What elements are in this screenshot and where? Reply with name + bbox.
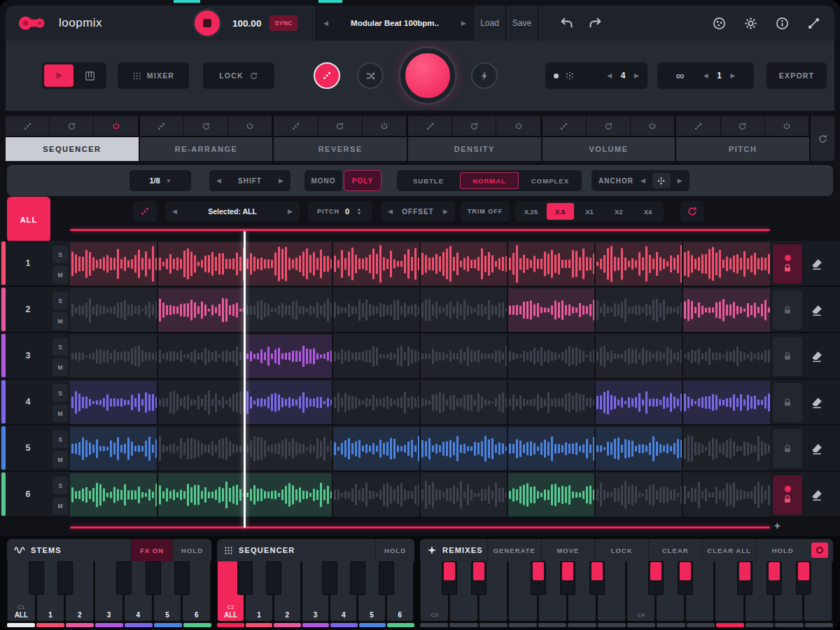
stems-hold-button[interactable]: HOLD: [172, 539, 211, 561]
anchor-right-icon[interactable]: ▶: [678, 177, 682, 184]
variation-mini-icon[interactable]: [140, 116, 184, 136]
solo-button[interactable]: S: [52, 246, 68, 263]
shift-left-icon[interactable]: ◀: [216, 177, 221, 184]
fx-on-button[interactable]: FX ON: [131, 539, 172, 561]
track-clear-button[interactable]: [808, 440, 826, 458]
stepper-icon[interactable]: [355, 207, 363, 216]
instant-remix-button[interactable]: [471, 62, 498, 89]
record-button[interactable]: [811, 542, 828, 558]
black-key[interactable]: [266, 561, 281, 595]
tab-label[interactable]: REVERSE: [274, 137, 407, 161]
track-lock-button[interactable]: [773, 290, 802, 330]
black-key[interactable]: [531, 561, 546, 595]
tab-density[interactable]: DENSITY: [408, 116, 542, 161]
waveform-lane[interactable]: [70, 427, 770, 470]
pattern-next-icon[interactable]: ▶: [634, 72, 639, 79]
cycle-mini-icon[interactable]: [318, 116, 363, 136]
info-icon[interactable]: [776, 17, 789, 30]
power-mini-icon[interactable]: [94, 116, 138, 136]
mute-button[interactable]: M: [52, 405, 68, 422]
speed-x_25-button[interactable]: X.25: [517, 203, 545, 220]
black-key[interactable]: [560, 561, 575, 595]
speed-x4-button[interactable]: X4: [634, 203, 662, 220]
selected-prev-icon[interactable]: ◀: [172, 208, 177, 215]
tab-label[interactable]: DENSITY: [408, 137, 541, 161]
track-clear-button[interactable]: [808, 255, 826, 273]
loop-range-bar-bottom[interactable]: [70, 526, 770, 528]
tab-label[interactable]: VOLUME: [542, 137, 676, 161]
black-key[interactable]: [29, 561, 44, 595]
tab-sequencer[interactable]: SEQUENCER: [6, 116, 140, 161]
cycle-mini-icon[interactable]: [50, 116, 94, 136]
shuffle-button[interactable]: [357, 62, 384, 89]
mute-button[interactable]: M: [52, 451, 68, 468]
tab-volume[interactable]: VOLUME: [542, 116, 677, 161]
anchor-mode-icon[interactable]: [652, 173, 671, 188]
tab-re-arrange[interactable]: RE-ARRANGE: [140, 116, 274, 161]
export-button[interactable]: EXPORT: [766, 62, 827, 89]
waveform-lane[interactable]: [70, 242, 770, 286]
black-key[interactable]: [57, 561, 73, 595]
pattern-prev-icon[interactable]: ◀: [607, 72, 612, 79]
tab-label[interactable]: RE-ARRANGE: [140, 137, 273, 161]
black-key[interactable]: [174, 561, 190, 595]
loop-next-icon[interactable]: ▶: [731, 72, 736, 79]
selected-next-icon[interactable]: ▶: [288, 208, 293, 215]
anchor-left-icon[interactable]: ◀: [640, 177, 645, 184]
stop-button[interactable]: [195, 10, 220, 36]
solo-button[interactable]: S: [52, 384, 68, 402]
cycle-mini-icon[interactable]: [587, 116, 631, 136]
keys-mode-button[interactable]: [76, 64, 105, 87]
mono-button[interactable]: MONO: [304, 170, 342, 191]
track-lock-button[interactable]: [773, 244, 802, 284]
hold-button[interactable]: HOLD: [755, 539, 809, 561]
add-button[interactable]: +: [774, 519, 780, 531]
bpm-display[interactable]: 100.00: [232, 18, 261, 29]
track-clear-button[interactable]: [808, 486, 826, 504]
black-key[interactable]: [737, 561, 752, 595]
speed-x_5-button[interactable]: X.5: [547, 203, 574, 220]
variation-mini-icon[interactable]: [6, 116, 50, 136]
routing-icon[interactable]: [807, 17, 820, 30]
undo-icon[interactable]: [559, 16, 573, 30]
variation-button[interactable]: [314, 62, 340, 89]
play-button[interactable]: [44, 64, 74, 87]
trim-button[interactable]: TRIM OFF: [461, 201, 510, 222]
poly-button[interactable]: POLY: [344, 170, 382, 191]
variation-mini-icon[interactable]: [408, 116, 452, 136]
track-clear-button[interactable]: [808, 301, 826, 319]
tabs-refresh-cell[interactable]: [811, 116, 834, 161]
save-button[interactable]: Save: [506, 6, 538, 41]
global-lock-button[interactable]: LOCK: [203, 62, 274, 89]
preset-name[interactable]: Modular Beat 100bpm..: [351, 19, 439, 27]
mute-button[interactable]: M: [52, 266, 68, 284]
black-key[interactable]: [471, 561, 486, 595]
waveform-lane[interactable]: [70, 473, 770, 517]
load-button[interactable]: Load: [474, 6, 506, 41]
solo-button[interactable]: S: [52, 477, 68, 494]
power-mini-icon[interactable]: [363, 116, 407, 136]
black-key[interactable]: [116, 561, 132, 595]
normal-button[interactable]: NORMAL: [460, 172, 519, 189]
preset-next-icon[interactable]: ▶: [461, 20, 466, 27]
cycle-mini-icon[interactable]: [452, 116, 496, 136]
sync-button[interactable]: SYNC: [270, 15, 298, 31]
cycle-mini-icon[interactable]: [184, 116, 228, 136]
black-key[interactable]: [146, 561, 161, 595]
waveform-lane[interactable]: [70, 288, 770, 332]
speed-x1-button[interactable]: X1: [576, 203, 603, 220]
shift-right-icon[interactable]: ▶: [279, 177, 284, 184]
cycle-mini-icon[interactable]: [721, 116, 765, 136]
black-key[interactable]: [678, 561, 693, 595]
selection-variation-icon[interactable]: [133, 201, 157, 222]
waveform-lane[interactable]: [70, 381, 770, 424]
speed-x2-button[interactable]: X2: [605, 203, 632, 220]
tab-label[interactable]: PITCH: [676, 137, 809, 161]
loop-range-bar-top[interactable]: [70, 229, 770, 231]
black-key[interactable]: [350, 561, 365, 595]
retrigger-icon[interactable]: [680, 201, 704, 222]
black-key[interactable]: [379, 561, 394, 595]
complex-button[interactable]: COMPLEX: [521, 172, 580, 189]
power-mini-icon[interactable]: [228, 116, 272, 136]
variation-mini-icon[interactable]: [542, 116, 587, 136]
